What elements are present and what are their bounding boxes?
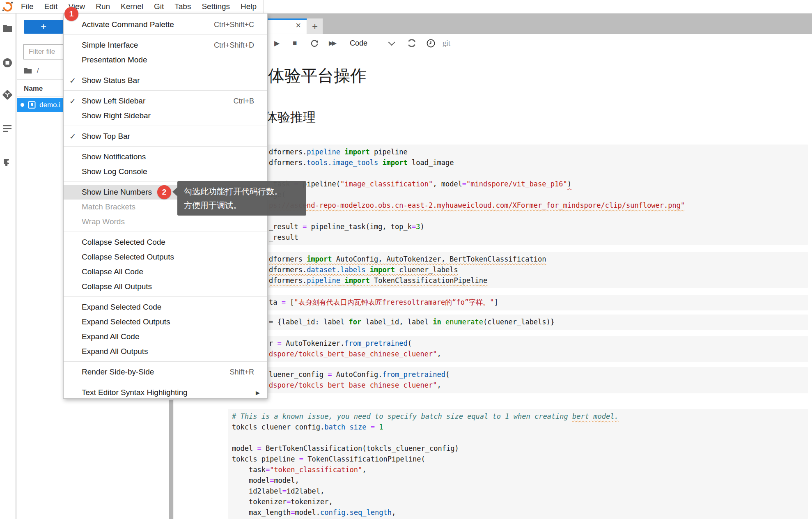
code-token: "image_classification" <box>340 180 433 188</box>
menu-item-collapse-all-outputs[interactable]: Collapse All Outputs <box>64 279 267 294</box>
menu-item-expand-selected-code[interactable]: Expand Selected Code <box>64 300 267 315</box>
menu-run[interactable]: Run <box>90 0 115 13</box>
table-of-contents-icon[interactable] <box>2 123 13 134</box>
code-token: model <box>232 476 270 485</box>
git-icon[interactable] <box>2 90 13 100</box>
menu-item-collapse-selected-outputs[interactable]: Collapse Selected Outputs <box>64 250 267 264</box>
menu-item-show-notifications[interactable]: Show Notifications <box>64 149 267 164</box>
code-token: tools.image_tools <box>307 158 378 167</box>
menu-item-show-log-console[interactable]: Show Log Console <box>64 164 267 179</box>
stop-icon: ■ <box>293 39 297 47</box>
code-line: ps://ascend-repo-modelzoo.obs.cn-east-2.… <box>269 200 808 211</box>
menu-item-label: Activate Command Palette <box>82 20 214 29</box>
markdown-heading-1[interactable]: 体验平台操作 <box>268 64 367 87</box>
menu-item-label: Expand Selected Code <box>82 303 267 312</box>
dock-tab-bar: × + <box>176 14 812 34</box>
code-token: (cluener_labels)} <box>483 318 555 326</box>
code-token: , <box>362 466 366 474</box>
menu-item-collapse-selected-code[interactable]: Collapse Selected Code <box>64 235 267 250</box>
code-token: dataset.labels <box>307 266 365 274</box>
menu-item-simple-interface[interactable]: Simple InterfaceCtrl+Shift+D <box>64 38 267 53</box>
menu-item-collapse-all-code[interactable]: Collapse All Code <box>64 264 267 279</box>
code-token: dformers. <box>269 158 307 167</box>
code-token: AutoConfig, AutoTokenizer, BertTokenClas… <box>332 255 546 263</box>
code-cell-2[interactable]: dformers import AutoConfig, AutoTokenize… <box>228 252 808 288</box>
extension-manager-icon[interactable] <box>2 157 13 168</box>
cell-type-dropdown-arrow[interactable] <box>388 34 393 52</box>
running-sessions-icon[interactable] <box>2 57 13 68</box>
menu-tabs[interactable]: Tabs <box>169 0 196 13</box>
menu-kernel[interactable]: Kernel <box>115 0 149 13</box>
menu-edit[interactable]: Edit <box>39 0 63 13</box>
restart-kernel-button[interactable] <box>310 34 319 52</box>
scrollbar-thumb[interactable] <box>169 400 173 519</box>
restart-run-all-button[interactable]: ▶▶ <box>329 34 335 52</box>
history-button[interactable] <box>426 34 436 52</box>
code-token: # This is a known issue, you need to spe… <box>232 412 572 420</box>
clock-icon <box>426 39 436 48</box>
cell-type-value: Code <box>350 39 367 48</box>
code-line: dformers.pipeline import pipeline <box>269 147 808 157</box>
code-token: TokenClassificationPipeline <box>370 276 488 285</box>
code-token: = <box>282 487 287 495</box>
code-token: = <box>412 223 416 231</box>
menu-item-show-status-bar[interactable]: ✓Show Status Bar <box>64 73 267 88</box>
check-icon: ✓ <box>64 132 82 141</box>
code-cell-4[interactable]: = {label_id: label for label_id, label i… <box>228 315 808 330</box>
menu-item-shortcut: Shift+R <box>229 368 267 377</box>
new-launcher-button[interactable]: + <box>24 20 63 34</box>
menu-settings[interactable]: Settings <box>196 0 235 13</box>
menu-separator <box>64 32 267 38</box>
code-cell-1[interactable]: dformers.pipeline import pipelinedformer… <box>228 145 808 245</box>
menu-item-expand-selected-outputs[interactable]: Expand Selected Outputs <box>64 315 267 329</box>
code-cell-6[interactable]: luener_config = AutoConfig.from_pretrain… <box>228 367 808 393</box>
menu-item-activate-command-palette[interactable]: Activate Command PaletteCtrl+Shift+C <box>64 17 267 32</box>
menu-item-expand-all-outputs[interactable]: Expand All Outputs <box>64 344 267 359</box>
code-line: dformers.dataset.labels import cluener_l… <box>269 264 808 275</box>
code-line <box>269 168 808 179</box>
jupyterlab-window: FileEditViewRunKernelGitTabsSettingsHelp… <box>0 0 812 519</box>
code-token: id2label <box>232 487 282 495</box>
code-cell-3[interactable]: ta = ["表身刻有代表日内瓦钟表匠freresoltramare的“fo”字… <box>228 295 808 310</box>
menu-item-show-top-bar[interactable]: ✓Show Top Bar <box>64 129 267 144</box>
menu-file[interactable]: File <box>16 0 39 13</box>
stop-button[interactable]: ■ <box>293 34 297 52</box>
menu-item-show-right-sidebar[interactable]: Show Right Sidebar <box>64 108 267 123</box>
menu-item-show-left-sidebar[interactable]: ✓Show Left SidebarCtrl+B <box>64 94 267 108</box>
menu-separator <box>64 359 267 365</box>
annotation-tooltip: 勾选此功能打开代码行数。 方便用于调试。 <box>177 181 306 216</box>
code-token: dformers <box>269 255 307 263</box>
code-token: bert model. <box>572 412 619 420</box>
code-line: luener_config = AutoConfig.from_pretrain… <box>269 369 808 380</box>
submenu-arrow-icon: ▶ <box>256 390 267 396</box>
code-cell-7[interactable]: # This is a known issue, you need to spe… <box>228 409 808 519</box>
plus-icon: + <box>41 22 46 32</box>
kernel-status-button[interactable] <box>406 34 417 52</box>
new-tab-button[interactable]: + <box>307 18 323 34</box>
menu-git[interactable]: Git <box>149 0 169 13</box>
folder-icon <box>24 67 32 74</box>
git-status-label: git <box>443 34 450 52</box>
menu-item-expand-all-code[interactable]: Expand All Code <box>64 329 267 344</box>
file-browser-icon[interactable] <box>2 23 13 34</box>
menu-help[interactable]: Help <box>235 0 262 13</box>
breadcrumb[interactable]: / <box>24 67 39 75</box>
code-token: = <box>277 339 281 347</box>
close-tab-icon[interactable]: × <box>296 21 301 30</box>
filter-files-input[interactable] <box>23 44 69 60</box>
menu-item-text-editor-syntax-highlighting[interactable]: Text Editor Syntax Highlighting▶ <box>64 385 267 400</box>
name-column-header[interactable]: Name <box>24 85 43 93</box>
code-line: = {label_id: label for label_id, label i… <box>269 317 808 327</box>
code-token: = <box>462 180 466 188</box>
code-token: = <box>266 466 270 474</box>
notebook-tab[interactable]: × <box>268 18 307 34</box>
code-token: BertTokenClassification(tokcls_cluener_c… <box>261 444 459 452</box>
menu-item-render-side-by-side[interactable]: Render Side-by-SideShift+R <box>64 365 267 379</box>
menu-item-presentation-mode[interactable]: Presentation Mode <box>64 53 267 67</box>
cell-type-select[interactable]: Code <box>350 34 367 52</box>
markdown-heading-2[interactable]: 体验推理 <box>265 109 316 126</box>
run-button[interactable]: ▶ <box>274 34 280 52</box>
unsaved-dot-icon <box>21 103 24 107</box>
code-cell-5[interactable]: r = AutoTokenizer.from_pretrained(dspore… <box>228 336 808 362</box>
code-token: import <box>370 266 395 274</box>
